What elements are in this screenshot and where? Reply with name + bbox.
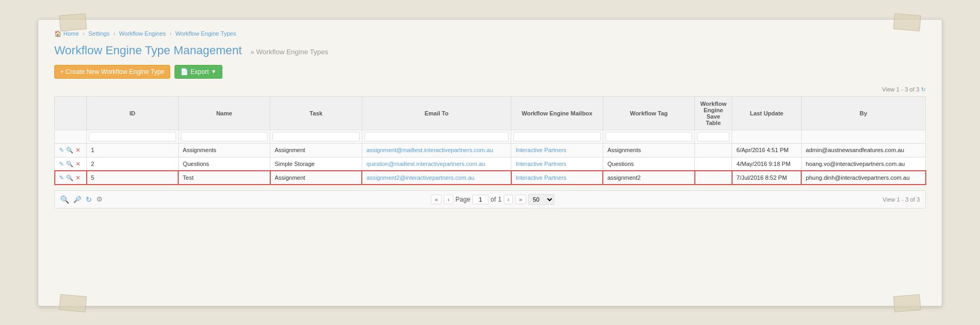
create-new-button[interactable]: + Create New Workflow Engine Type bbox=[54, 65, 170, 79]
action-icons: ✎ 🔍 ✕ bbox=[59, 174, 82, 181]
col-actions bbox=[55, 96, 87, 130]
col-task: Task bbox=[270, 96, 362, 130]
delete-icon[interactable]: ✕ bbox=[76, 174, 80, 181]
settings-icon[interactable]: ⚙ bbox=[96, 195, 103, 203]
delete-icon[interactable]: ✕ bbox=[76, 147, 80, 154]
table-row: ✎ 🔍 ✕ 2 Questions Simple Storage questio… bbox=[55, 157, 926, 171]
col-id: ID bbox=[87, 96, 179, 130]
mailbox-link-1[interactable]: Interactive Partners bbox=[516, 147, 566, 153]
edit-icon[interactable]: ✎ bbox=[59, 174, 64, 181]
total-pages: 1 bbox=[498, 196, 502, 203]
breadcrumb-workflow-engines[interactable]: Workflow Engines bbox=[119, 30, 166, 37]
caret-icon: ▼ bbox=[211, 69, 217, 74]
refresh-icon[interactable]: ↻ bbox=[921, 86, 926, 93]
col-save-table: Workflow Engine Save Table bbox=[695, 96, 732, 130]
col-name: Name bbox=[178, 96, 270, 130]
tape-tr bbox=[893, 13, 921, 31]
export-icon: 📄 bbox=[180, 68, 188, 76]
view-icon[interactable]: 🔍 bbox=[66, 174, 73, 181]
export-button[interactable]: 📄 Export ▼ bbox=[175, 65, 222, 79]
col-workflow-tag: Workflow Tag bbox=[603, 96, 695, 130]
view-icon[interactable]: 🔍 bbox=[66, 147, 73, 154]
filter-task[interactable] bbox=[272, 132, 360, 141]
prev-page-button[interactable]: ‹ bbox=[444, 195, 453, 204]
page-title: Workflow Engine Type Management » Workfl… bbox=[54, 44, 926, 57]
edit-icon[interactable]: ✎ bbox=[59, 161, 64, 168]
per-page-select[interactable]: 50 25 100 bbox=[528, 194, 554, 205]
toolbar: + Create New Workflow Engine Type 📄 Expo… bbox=[54, 65, 926, 79]
mailbox-link-3[interactable]: Interactive Partners bbox=[516, 174, 566, 181]
page-label: Page bbox=[455, 196, 470, 203]
view-count-bottom: View 1 - 3 of 3 bbox=[883, 196, 920, 203]
page-input[interactable] bbox=[472, 195, 488, 204]
table-row-selected: ✎ 🔍 ✕ 5 Test Assignment assignment2@inte… bbox=[55, 171, 926, 185]
delete-icon[interactable]: ✕ bbox=[76, 161, 80, 168]
filter-save-table[interactable] bbox=[697, 132, 729, 141]
zoom-out-icon[interactable]: 🔎 bbox=[73, 196, 81, 203]
of-label: of bbox=[491, 196, 496, 203]
view-icon[interactable]: 🔍 bbox=[66, 161, 73, 168]
col-mailbox: Workflow Engine Mailbox bbox=[511, 96, 603, 130]
zoom-in-icon[interactable]: 🔍 bbox=[60, 195, 69, 204]
breadcrumb: 🏠 Home › Settings › Workflow Engines › W… bbox=[54, 30, 926, 37]
first-page-button[interactable]: « bbox=[431, 195, 442, 204]
mailbox-link-2[interactable]: Interactive Partners bbox=[516, 161, 566, 167]
filter-email[interactable] bbox=[364, 132, 509, 141]
next-page-button[interactable]: › bbox=[504, 195, 513, 204]
table-row: ✎ 🔍 ✕ 1 Assignments Assignment assignmen… bbox=[55, 143, 926, 157]
pagination-footer: 🔍 🔎 ↻ ⚙ « ‹ Page of 1 › » 50 25 100 View… bbox=[54, 190, 926, 209]
filter-id[interactable] bbox=[89, 132, 176, 141]
col-email-to: Email To bbox=[362, 96, 511, 130]
data-table: ID Name Task Email To Workflow Engine Ma… bbox=[54, 96, 926, 185]
tape-tl bbox=[59, 13, 87, 31]
filter-mailbox[interactable] bbox=[513, 132, 601, 141]
filter-tag[interactable] bbox=[605, 132, 693, 141]
breadcrumb-workflow-engine-types[interactable]: Workflow Engine Types bbox=[175, 30, 236, 37]
col-last-update: Last Update bbox=[732, 96, 801, 130]
breadcrumb-settings[interactable]: Settings bbox=[88, 30, 110, 37]
tape-br bbox=[893, 294, 921, 312]
view-count-top: View 1 - 3 of 3 ↻ bbox=[54, 86, 926, 93]
table-header-row: ID Name Task Email To Workflow Engine Ma… bbox=[55, 96, 926, 130]
filter-row bbox=[55, 130, 926, 143]
pagination-left-icons: 🔍 🔎 ↻ ⚙ bbox=[60, 195, 103, 204]
action-icons: ✎ 🔍 ✕ bbox=[59, 161, 82, 168]
col-by: By bbox=[801, 96, 925, 130]
action-icons: ✎ 🔍 ✕ bbox=[59, 147, 82, 154]
filter-name[interactable] bbox=[181, 132, 268, 141]
email-link-1[interactable]: assignment@mailtest.interactivepartners.… bbox=[367, 147, 493, 153]
refresh-bottom-icon[interactable]: ↻ bbox=[86, 195, 92, 204]
pagination-controls: « ‹ Page of 1 › » 50 25 100 bbox=[431, 194, 554, 205]
email-link-3[interactable]: assignment2@interactivepartners.com.au bbox=[367, 174, 475, 181]
tape-bl bbox=[59, 294, 87, 312]
breadcrumb-home[interactable]: Home bbox=[63, 30, 79, 37]
edit-icon[interactable]: ✎ bbox=[59, 147, 64, 154]
email-link-2[interactable]: question@mailtest.interactivepartners.co… bbox=[367, 161, 485, 167]
last-page-button[interactable]: » bbox=[515, 195, 526, 204]
page-wrapper: 🏠 Home › Settings › Workflow Engines › W… bbox=[38, 19, 942, 306]
